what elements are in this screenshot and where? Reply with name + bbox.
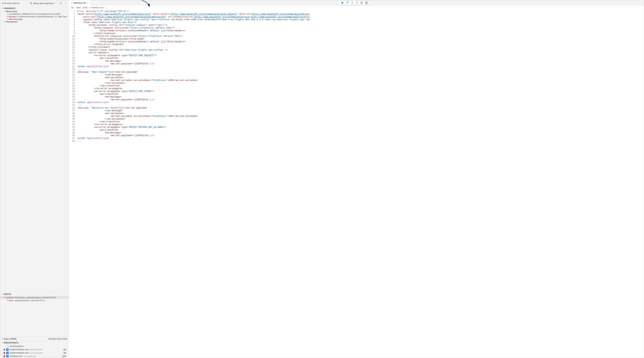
bp-file: implementation.xml bbox=[10, 351, 29, 354]
gear-icon[interactable] bbox=[59, 2, 62, 5]
svg-point-2 bbox=[347, 3, 348, 4]
bp-dot-icon bbox=[4, 355, 5, 357]
bp-dot-icon bbox=[4, 352, 5, 354]
bp-checkbox[interactable] bbox=[6, 355, 9, 357]
bp-line: 24 bbox=[63, 349, 67, 351]
crumb[interactable]: main bbox=[76, 7, 81, 9]
var-value: {outboundHeaders=TypedValue[value: '{}',… bbox=[18, 16, 69, 18]
breadcrumbs[interactable]: src› main› mule› ≡ interface.xml› … bbox=[69, 6, 644, 9]
chevron-down-icon bbox=[4, 296, 6, 299]
tab-bar: ≡ interface.xml × ⠿ bbox=[69, 0, 644, 6]
bp-line: 125 bbox=[62, 355, 67, 357]
run-debug-title: RUN AND DEBUG bbox=[2, 2, 28, 5]
xml-file-icon: ≡ bbox=[71, 2, 72, 4]
line-gutter: 1 2 3 4 5 6 7 8 9 10 11 12 13 14 15 16 1… bbox=[69, 9, 77, 358]
chevron-right-icon bbox=[6, 16, 8, 18]
chevron-down-icon bbox=[2, 293, 4, 295]
bp-file: implementation.xml bbox=[10, 348, 29, 351]
svg-point-0 bbox=[60, 3, 61, 4]
watch-value: application/json; charset=UTF-8 bbox=[15, 299, 45, 301]
chevron-down-icon bbox=[4, 10, 6, 13]
chevron-right-icon bbox=[2, 338, 4, 340]
callstack-section[interactable]: CALL STACK PAUSED EXECUTION bbox=[0, 337, 69, 341]
tab-label: interface.xml bbox=[73, 2, 86, 4]
bp-path: src/main/mule bbox=[23, 355, 36, 357]
chevron-down-icon bbox=[55, 2, 57, 5]
bp-file: interface.xml bbox=[10, 355, 22, 357]
var-correlation-id[interactable]: correlationId: 83f9b160-013f-11ed-bd48-0… bbox=[0, 13, 69, 15]
var-mule-message[interactable]: Mule Message: bbox=[0, 18, 69, 21]
variables-section[interactable]: VARIABLES bbox=[0, 7, 69, 10]
step-into-button[interactable] bbox=[351, 1, 354, 4]
close-icon[interactable]: × bbox=[87, 2, 88, 5]
bp-item[interactable]: implementation.xml src/main/mule 30 bbox=[0, 351, 69, 354]
chevron-right-icon bbox=[4, 21, 6, 23]
debug-toolbar[interactable]: ⠿ bbox=[336, 1, 370, 5]
var-variables[interactable]: Variables: {outboundHeaders=TypedValue[v… bbox=[0, 15, 69, 18]
bp-item[interactable]: interface.xml src/main/mule 125 bbox=[0, 354, 69, 358]
var-key: correlationId: bbox=[9, 13, 21, 15]
bp-path: src/main/mule bbox=[30, 348, 42, 351]
bp-checkbox[interactable] bbox=[6, 352, 9, 354]
var-value: 83f9b160-013f-11ed-bd48-0242ac110002 bbox=[22, 13, 60, 15]
watch-key: value: bbox=[8, 299, 14, 301]
crumb[interactable]: src bbox=[71, 7, 74, 9]
bp-line: 30 bbox=[63, 352, 67, 354]
watch-expression[interactable]: payload.^mediaType: application/json; ch… bbox=[0, 296, 69, 299]
var-parameters[interactable]: Parameters bbox=[0, 21, 69, 23]
bp-path: src/main/mule bbox=[30, 352, 42, 354]
watch-value: application/json; charset=UTF-8 bbox=[26, 296, 56, 299]
crumb[interactable]: interface.xml bbox=[92, 7, 104, 9]
var-key: Mule Message: bbox=[9, 18, 23, 20]
play-icon bbox=[30, 2, 32, 5]
crumb[interactable]: … bbox=[106, 7, 108, 9]
code-content[interactable]: <?xml version="1.0" encoding="UTF-8"?> <… bbox=[77, 9, 310, 358]
svg-rect-5 bbox=[366, 2, 367, 4]
grip-icon[interactable]: ⠿ bbox=[338, 2, 339, 4]
section-label: BREAKPOINTS bbox=[4, 342, 18, 344]
section-label: VARIABLES bbox=[4, 7, 16, 9]
crumb[interactable]: mule bbox=[83, 7, 88, 9]
launch-config-select[interactable]: Debug Mule Application bbox=[29, 2, 58, 5]
mule-event-group[interactable]: Mule Event bbox=[0, 10, 69, 13]
editor-area: ≡ interface.xml × ⠿ bbox=[69, 0, 644, 358]
watch-key: payload.^mediaType: bbox=[6, 296, 26, 299]
chevron-down-icon bbox=[2, 342, 4, 344]
watch-child[interactable]: value: application/json; charset=UTF-8 bbox=[0, 299, 69, 302]
chevron-right-icon bbox=[6, 18, 9, 20]
bp-dot-icon bbox=[4, 349, 5, 350]
code-editor[interactable]: 1 2 3 4 5 6 7 8 9 10 11 12 13 14 15 16 1… bbox=[69, 9, 644, 358]
continue-button[interactable] bbox=[341, 1, 344, 4]
bp-all-exceptions[interactable]: All Exceptions bbox=[0, 344, 69, 348]
section-label: WATCH bbox=[4, 293, 11, 295]
more-icon[interactable]: ⋯ bbox=[64, 2, 67, 5]
svg-point-4 bbox=[357, 4, 357, 4]
svg-rect-1 bbox=[342, 2, 342, 4]
chevron-right-icon bbox=[6, 13, 9, 15]
breakpoints-section[interactable]: BREAKPOINTS bbox=[0, 341, 69, 344]
tab-interface-xml[interactable]: ≡ interface.xml × bbox=[69, 0, 91, 6]
bp-checkbox[interactable] bbox=[6, 345, 9, 347]
var-key: Variables: bbox=[8, 16, 18, 18]
callstack-status: PAUSED EXECUTION bbox=[48, 338, 67, 340]
svg-point-3 bbox=[352, 4, 352, 4]
bp-checkbox[interactable] bbox=[6, 348, 9, 351]
restart-button[interactable] bbox=[360, 1, 363, 4]
launch-config-label: Debug Mule Application bbox=[33, 2, 54, 5]
chevron-down-icon bbox=[2, 7, 4, 9]
bp-label: All Exceptions bbox=[10, 345, 24, 347]
bp-item[interactable]: implementation.xml src/main/mule 24 bbox=[0, 348, 69, 351]
stop-button[interactable] bbox=[365, 1, 368, 4]
step-out-button[interactable] bbox=[356, 1, 358, 4]
watch-section[interactable]: WATCH bbox=[0, 292, 69, 296]
debug-sidebar: RUN AND DEBUG Debug Mule Application ⋯ V… bbox=[0, 0, 69, 358]
group-label: Parameters bbox=[6, 21, 18, 23]
chevron-right-icon bbox=[6, 299, 8, 301]
group-label: Mule Event bbox=[6, 10, 17, 13]
step-over-button[interactable] bbox=[346, 1, 349, 4]
xml-file-icon: ≡ bbox=[90, 7, 91, 9]
section-label: CALL STACK bbox=[4, 338, 16, 340]
